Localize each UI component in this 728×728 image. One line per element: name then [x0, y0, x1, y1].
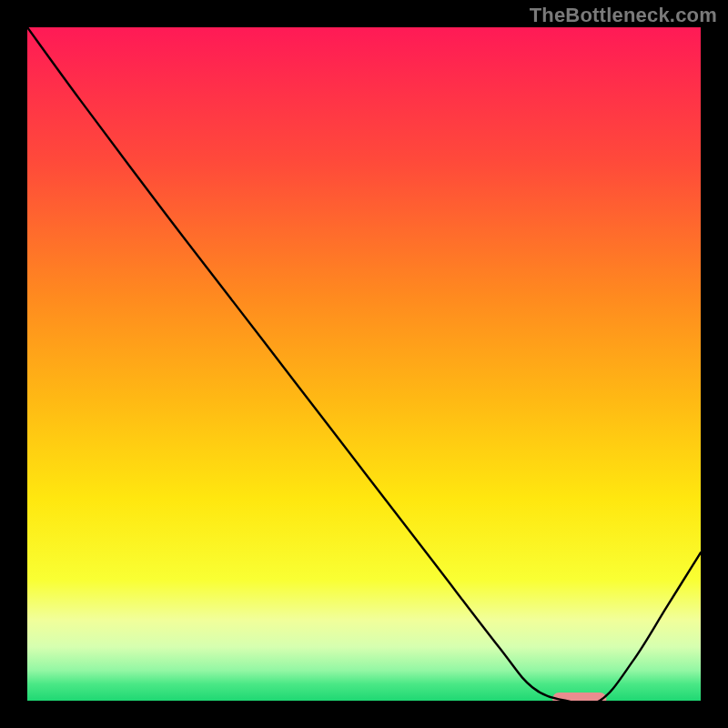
chart-container: TheBottleneck.com	[0, 0, 728, 728]
watermark-text: TheBottleneck.com	[530, 4, 717, 27]
plot-area	[27, 27, 701, 701]
gradient-background	[27, 27, 701, 701]
chart-svg	[27, 27, 701, 701]
